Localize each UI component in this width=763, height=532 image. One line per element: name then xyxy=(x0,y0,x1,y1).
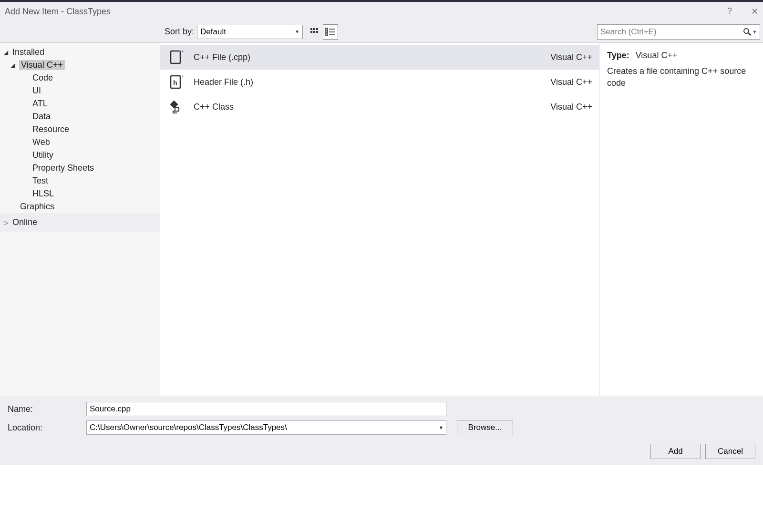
details-panel: Type: Visual C++ Creates a file containi… xyxy=(599,43,763,397)
title-bar: Add New Item - ClassTypes ? ✕ xyxy=(0,0,763,21)
help-button[interactable]: ? xyxy=(727,6,732,17)
template-cpp-file[interactable]: ++ C++ File (.cpp) Visual C++ xyxy=(160,45,599,70)
tree-visual-cpp[interactable]: ◢ Visual C++ xyxy=(0,59,160,72)
template-cpp-class[interactable]: C++ Class Visual C++ xyxy=(160,94,599,119)
location-label: Location: xyxy=(8,423,86,433)
search-dropdown-icon[interactable]: ▼ xyxy=(753,30,757,34)
template-category: Visual C++ xyxy=(550,52,592,62)
template-name: C++ Class xyxy=(194,102,550,112)
cpp-file-icon: ++ xyxy=(167,48,186,67)
close-button[interactable]: ✕ xyxy=(751,6,758,17)
svg-text:++: ++ xyxy=(179,49,184,54)
toolbar: Sort by: Default ▼ ▼ xyxy=(0,21,763,43)
tree-ui[interactable]: UI xyxy=(0,84,160,97)
search-icon[interactable] xyxy=(743,28,752,36)
sort-by-select[interactable]: Default ▼ xyxy=(197,25,303,39)
sort-by-value: Default xyxy=(200,27,226,37)
tree-online[interactable]: ▷ Online xyxy=(0,216,160,229)
list-view-button[interactable] xyxy=(323,24,338,40)
tree-graphics[interactable]: Graphics xyxy=(0,200,160,213)
svg-rect-8 xyxy=(326,31,328,33)
name-input[interactable] xyxy=(86,402,446,416)
add-button[interactable]: Add xyxy=(650,444,701,459)
name-label: Name: xyxy=(8,404,86,414)
template-name: Header File (.h) xyxy=(194,77,550,87)
svg-line-13 xyxy=(748,33,751,35)
tree-atl[interactable]: ATL xyxy=(0,97,160,110)
svg-rect-1 xyxy=(313,28,315,30)
svg-rect-2 xyxy=(316,28,318,30)
sort-by-label: Sort by: xyxy=(165,27,194,37)
tree-utility[interactable]: Utility xyxy=(0,149,160,162)
tree-test[interactable]: Test xyxy=(0,174,160,187)
grid-view-button[interactable] xyxy=(307,24,322,40)
type-label: Type: xyxy=(607,51,629,60)
svg-rect-0 xyxy=(310,28,312,30)
svg-rect-3 xyxy=(310,31,312,33)
template-category: Visual C++ xyxy=(550,77,592,87)
type-value: Visual C++ xyxy=(636,51,678,60)
svg-rect-6 xyxy=(326,28,328,30)
tree-resource[interactable]: Resource xyxy=(0,123,160,136)
header-file-icon: h++ xyxy=(167,72,186,92)
location-input[interactable] xyxy=(87,423,436,432)
svg-text:h: h xyxy=(173,79,177,87)
template-header-file[interactable]: h++ Header File (.h) Visual C++ xyxy=(160,70,599,94)
tree-code[interactable]: Code xyxy=(0,72,160,84)
cancel-button[interactable]: Cancel xyxy=(705,444,755,459)
svg-rect-4 xyxy=(313,31,315,33)
tree-data[interactable]: Data xyxy=(0,110,160,123)
svg-text:++: ++ xyxy=(179,74,184,79)
chevron-down-icon: ▼ xyxy=(295,29,299,34)
svg-rect-10 xyxy=(326,34,328,36)
collapse-icon: ◢ xyxy=(4,49,10,56)
tree-property-sheets[interactable]: Property Sheets xyxy=(0,162,160,174)
template-category: Visual C++ xyxy=(550,102,592,112)
svg-rect-5 xyxy=(316,31,318,33)
tree-web[interactable]: Web xyxy=(0,136,160,149)
browse-button[interactable]: Browse... xyxy=(457,420,513,435)
template-description: Creates a file containing C++ source cod… xyxy=(607,65,755,89)
window-title: Add New Item - ClassTypes xyxy=(5,7,111,17)
collapse-icon: ◢ xyxy=(10,62,16,69)
tree-installed[interactable]: ◢ Installed xyxy=(0,46,160,59)
cpp-class-icon xyxy=(167,97,186,116)
svg-point-12 xyxy=(744,29,749,33)
template-name: C++ File (.cpp) xyxy=(194,52,550,62)
expand-icon: ▷ xyxy=(4,219,10,226)
chevron-down-icon[interactable]: ▼ xyxy=(436,425,446,430)
bottom-panel: Name: Location: ▼ Browse... Add Cancel xyxy=(0,397,763,465)
tree-hlsl[interactable]: HLSL xyxy=(0,187,160,200)
templates-list: ++ C++ File (.cpp) Visual C++ h++ Header… xyxy=(160,43,599,397)
category-tree: ◢ Installed ◢ Visual C++ Code UI ATL Dat… xyxy=(0,43,160,397)
search-box[interactable]: ▼ xyxy=(597,24,760,40)
search-input[interactable] xyxy=(600,27,743,37)
